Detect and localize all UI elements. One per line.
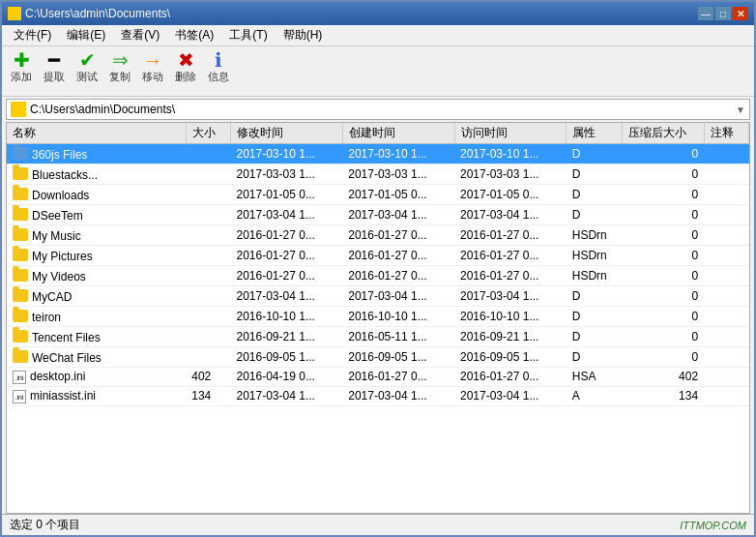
table-row[interactable]: 360js Files2017-03-10 1...2017-03-10 1..… (7, 144, 749, 164)
toolbar-btn-label-test: 测试 (76, 70, 98, 84)
cell-created: 2016-10-10 1... (342, 307, 454, 327)
cell-attr: D (567, 286, 623, 307)
cell-name: 360js Files (7, 144, 186, 164)
row-name: teiron (32, 311, 61, 324)
cell-created: 2017-03-03 1... (342, 164, 454, 185)
folder-icon (13, 147, 28, 160)
col-created[interactable]: 创建时间 (342, 123, 454, 144)
cell-compressed: 0 (623, 347, 705, 368)
cell-created: 2017-01-05 0... (342, 185, 454, 205)
cell-attr: A (567, 386, 623, 405)
cell-name: MyCAD (7, 286, 186, 307)
cell-comment (704, 185, 748, 205)
cell-compressed: 134 (623, 386, 705, 405)
cell-comment (704, 266, 748, 286)
cell-attr: D (567, 347, 623, 368)
table-row[interactable]: Downloads2017-01-05 0...2017-01-05 0...2… (7, 185, 749, 205)
minimize-button[interactable]: — (698, 7, 713, 20)
folder-icon (13, 208, 28, 221)
col-attr[interactable]: 属性 (567, 123, 623, 144)
cell-modified: 2016-01-27 0... (231, 246, 343, 266)
cell-compressed: 0 (623, 307, 705, 327)
cell-compressed: 0 (623, 266, 705, 286)
menu-item-bookmark[interactable]: 书签(A) (167, 25, 221, 45)
row-name: MyCAD (32, 290, 72, 304)
toolbar-btn-remove[interactable]: ━提取 (41, 50, 68, 84)
cell-compressed: 402 (623, 368, 705, 387)
table-row[interactable]: My Music2016-01-27 0...2016-01-27 0...20… (7, 225, 749, 246)
maximize-button[interactable]: □ (715, 7, 731, 20)
menu-item-view[interactable]: 查看(V) (113, 25, 167, 45)
toolbar-btn-copy[interactable]: ⇒复制 (106, 50, 133, 84)
cell-created: 2016-05-11 1... (342, 327, 454, 347)
toolbar-btn-test[interactable]: ✔测试 (73, 50, 101, 84)
cell-comment (704, 205, 748, 225)
cell-attr: D (567, 164, 623, 185)
menu-item-file[interactable]: 文件(F) (6, 25, 59, 45)
menu-item-tools[interactable]: 工具(T) (221, 25, 275, 45)
col-comment[interactable]: 注释 (704, 123, 748, 144)
cell-name: Downloads (7, 185, 186, 205)
cell-comment (704, 307, 748, 327)
toolbar-btn-add[interactable]: ✚添加 (8, 50, 35, 84)
cell-size: 402 (186, 368, 230, 387)
table-row[interactable]: .iniminiassist.ini1342017-03-04 1...2017… (7, 386, 749, 405)
table-row[interactable]: teiron2016-10-10 1...2016-10-10 1...2016… (7, 307, 749, 327)
address-bar[interactable]: C:\Users\admin\Documents\ ▼ (6, 99, 750, 120)
col-size[interactable]: 大小 (186, 123, 230, 144)
folder-icon (13, 269, 28, 282)
cell-comment (704, 327, 748, 347)
toolbar-btn-delete[interactable]: ✖删除 (172, 50, 199, 84)
table-row[interactable]: Tencent Files2016-09-21 1...2016-05-11 1… (7, 327, 749, 347)
table-row[interactable]: .inidesktop.ini4022016-04-19 0...2016-01… (7, 368, 749, 387)
toolbar-btn-label-move: 移动 (142, 70, 163, 84)
close-button[interactable]: ✕ (733, 7, 748, 20)
cell-modified: 2016-09-21 1... (231, 327, 343, 347)
info-icon: ℹ (215, 50, 222, 70)
cell-modified: 2017-03-04 1... (231, 205, 343, 225)
cell-attr: HSA (567, 368, 623, 387)
cell-created: 2016-01-27 0... (342, 225, 454, 246)
table-row[interactable]: My Pictures2016-01-27 0...2016-01-27 0..… (7, 246, 749, 266)
cell-created: 2016-01-27 0... (342, 246, 454, 266)
address-dropdown-icon[interactable]: ▼ (736, 104, 745, 115)
col-compressed[interactable]: 压缩后大小 (623, 123, 705, 144)
table-body: 360js Files2017-03-10 1...2017-03-10 1..… (7, 144, 749, 406)
cell-size (186, 307, 230, 327)
cell-accessed: 2016-10-10 1... (454, 307, 567, 327)
cell-attr: D (567, 327, 623, 347)
menu-item-edit[interactable]: 编辑(E) (59, 25, 113, 45)
folder-icon (13, 188, 28, 200)
table-row[interactable]: DSeeTem2017-03-04 1...2017-03-04 1...201… (7, 205, 749, 225)
cell-accessed: 2016-09-05 1... (454, 347, 567, 368)
cell-modified: 2016-01-27 0... (231, 266, 343, 286)
folder-icon (13, 289, 28, 302)
cell-created: 2016-01-27 0... (342, 368, 454, 387)
cell-attr: D (567, 307, 623, 327)
title-controls: — □ ✕ (698, 7, 748, 20)
row-name: Bluestacks... (32, 168, 98, 182)
table-row[interactable]: Bluestacks...2017-03-03 1...2017-03-03 1… (7, 164, 749, 185)
col-modified[interactable]: 修改时间 (231, 123, 343, 144)
cell-modified: 2017-03-04 1... (231, 386, 343, 405)
cell-comment (704, 164, 748, 185)
cell-created: 2017-03-04 1... (342, 205, 454, 225)
folder-icon (13, 330, 28, 343)
table-row[interactable]: My Videos2016-01-27 0...2016-01-27 0...2… (7, 266, 749, 286)
cell-accessed: 2016-01-27 0... (454, 246, 567, 266)
toolbar-btn-info[interactable]: ℹ信息 (205, 50, 232, 84)
table-row[interactable]: WeChat Files2016-09-05 1...2016-09-05 1.… (7, 347, 749, 368)
window-icon (8, 7, 21, 20)
cell-accessed: 2017-03-04 1... (454, 286, 567, 307)
cell-accessed: 2017-03-03 1... (454, 164, 567, 185)
cell-accessed: 2017-03-04 1... (454, 386, 567, 405)
cell-attr: D (567, 205, 623, 225)
menu-item-help[interactable]: 帮助(H) (276, 25, 331, 45)
col-accessed[interactable]: 访问时间 (454, 123, 567, 144)
file-list[interactable]: 名称 大小 修改时间 创建时间 访问时间 属性 压缩后大小 注释 360js F… (6, 122, 750, 514)
toolbar-btn-move[interactable]: →移动 (139, 50, 166, 84)
col-name[interactable]: 名称 (7, 123, 186, 144)
table-row[interactable]: MyCAD2017-03-04 1...2017-03-04 1...2017-… (7, 286, 749, 307)
statusbar: 选定 0 个项目 ITTMOP.COM (2, 514, 754, 535)
cell-compressed: 0 (623, 185, 705, 205)
